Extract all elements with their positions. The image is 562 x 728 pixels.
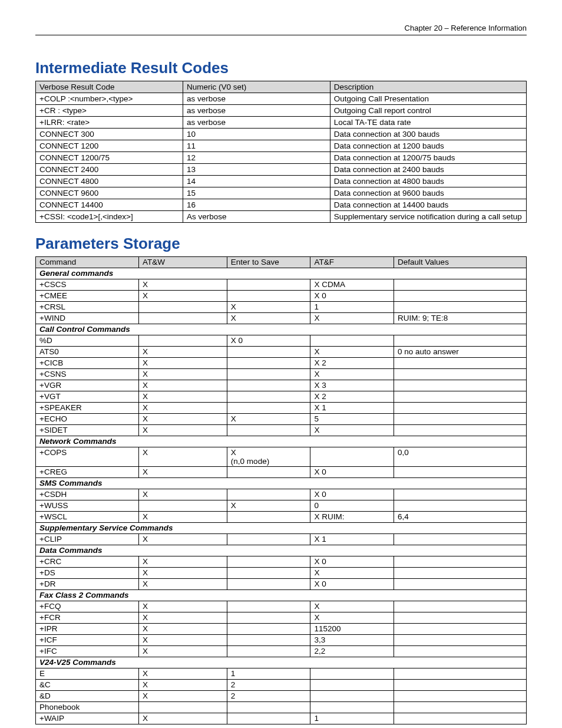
table-cell: CONNECT 14400 <box>36 199 183 211</box>
table-cell <box>394 713 527 724</box>
table-cell: 0 no auto answer <box>394 347 527 358</box>
table-cell: Data connection at 4800 bauds <box>330 176 526 187</box>
table-cell: +VGR <box>36 380 139 391</box>
table-cell: +CICB <box>36 358 139 369</box>
table-cell <box>227 601 310 612</box>
table-cell: +CRC <box>36 556 139 568</box>
table-cell: Data connection at 1200/75 bauds <box>330 152 526 164</box>
table-cell: X 1 <box>310 403 394 414</box>
table-cell: X <box>138 713 227 724</box>
table-cell: X 0 <box>310 489 394 500</box>
table-cell: +DS <box>36 568 139 579</box>
table-cell <box>394 691 527 702</box>
table-cell: Local TA-TE data rate <box>330 117 526 129</box>
table-cell <box>394 556 527 568</box>
table-row: CONNECT 480014Data connection at 4800 ba… <box>36 176 527 187</box>
table-cell: X 2 <box>310 391 394 403</box>
table-cell: 10 <box>183 129 330 140</box>
table-cell <box>227 624 310 635</box>
table-cell: X 1 <box>310 534 394 545</box>
table-cell <box>310 447 394 467</box>
table-cell: X <box>138 369 227 380</box>
table-cell <box>227 291 310 302</box>
table-cell: as verbose <box>183 117 330 129</box>
table-row: Phonebook <box>36 702 527 713</box>
table-cell <box>394 302 527 313</box>
table-cell: X <box>138 612 227 624</box>
table-cell: Data connection at 14400 bauds <box>330 199 526 211</box>
table-cell: +ILRR: <rate> <box>36 117 183 129</box>
table-cell: +COPS <box>36 447 139 467</box>
table-cell: +WAIP <box>36 713 139 724</box>
table-row: +SIDETXX <box>36 425 527 436</box>
table-cell <box>227 467 310 478</box>
table-cell: +ICF <box>36 635 139 646</box>
table-row: &DX2 <box>36 691 527 702</box>
table-cell <box>227 380 310 391</box>
table-cell: X <box>138 635 227 646</box>
title-parameters-storage: Parameters Storage <box>35 235 527 253</box>
table-cell <box>394 369 527 380</box>
table-cell: 14 <box>183 176 330 187</box>
table-row: +VGRXX 3 <box>36 380 527 391</box>
table-row: +CSNSXX <box>36 369 527 380</box>
table-header: Description <box>330 81 526 93</box>
table-cell <box>227 425 310 436</box>
table-cell: X <box>227 414 310 425</box>
table-cell <box>227 635 310 646</box>
table-cell <box>310 691 394 702</box>
section-label: Fax Class 2 Commands <box>36 590 527 601</box>
table-cell: X <box>138 291 227 302</box>
table-cell: CONNECT 2400 <box>36 164 183 176</box>
table-cell: X 0 <box>227 335 310 347</box>
table-cell <box>394 500 527 512</box>
table-cell: Data connection at 1200 bauds <box>330 140 526 152</box>
table-cell: 3,3 <box>310 635 394 646</box>
table-row: CONNECT 1440016Data connection at 14400 … <box>36 199 527 211</box>
table-cell: CONNECT 4800 <box>36 176 183 187</box>
table-cell: CONNECT 300 <box>36 129 183 140</box>
table-cell: +DR <box>36 579 139 590</box>
table-row: Supplementary Service Commands <box>36 523 527 534</box>
table-cell: E <box>36 668 139 680</box>
table-header: Default Values <box>394 257 527 268</box>
table-cell <box>394 358 527 369</box>
table-cell <box>394 425 527 436</box>
table-cell: 12 <box>183 152 330 164</box>
table-cell: +CSNS <box>36 369 139 380</box>
table-cell: X <box>310 612 394 624</box>
table-row: +CSCSXX CDMA <box>36 279 527 291</box>
table-cell <box>394 391 527 403</box>
table-row: ATS0XX0 no auto answer <box>36 347 527 358</box>
table-cell: +CSDH <box>36 489 139 500</box>
table-cell <box>310 335 394 347</box>
table-cell: X 2 <box>310 358 394 369</box>
table-cell <box>227 403 310 414</box>
table-cell <box>227 556 310 568</box>
table-cell: X <box>138 601 227 612</box>
table-row: +COPSXX(n,0 mode)0,0 <box>36 447 527 467</box>
table-cell: Data connection at 300 bauds <box>330 129 526 140</box>
table-cell: X <box>138 403 227 414</box>
table-cell: +IFC <box>36 646 139 657</box>
table-cell: X <box>138 512 227 523</box>
table-cell: X <box>138 279 227 291</box>
table-row: +IFCX2,2 <box>36 646 527 657</box>
table-cell: X <box>310 601 394 612</box>
table-cell: +CRSL <box>36 302 139 313</box>
table-cell: +SIDET <box>36 425 139 436</box>
table-cell: +CR : <type> <box>36 105 183 117</box>
table-cell: Outgoing Call report control <box>330 105 526 117</box>
table-row: +ILRR: <rate>as verboseLocal TA-TE data … <box>36 117 527 129</box>
table-cell: 1 <box>227 668 310 680</box>
table-cell: X <box>138 568 227 579</box>
table-row: CONNECT 240013Data connection at 2400 ba… <box>36 164 527 176</box>
table-row: +FCRXX <box>36 612 527 624</box>
table-header: Verbose Result Code <box>36 81 183 93</box>
table-cell: +CSSI: <code1>[,<index>] <box>36 211 183 223</box>
table-cell: X <box>227 313 310 324</box>
table-cell: 2,2 <box>310 646 394 657</box>
table-row: Network Commands <box>36 436 527 447</box>
table-intermediate-result-codes: Verbose Result CodeNumeric (V0 set)Descr… <box>35 81 527 223</box>
table-row: &CX2 <box>36 680 527 691</box>
